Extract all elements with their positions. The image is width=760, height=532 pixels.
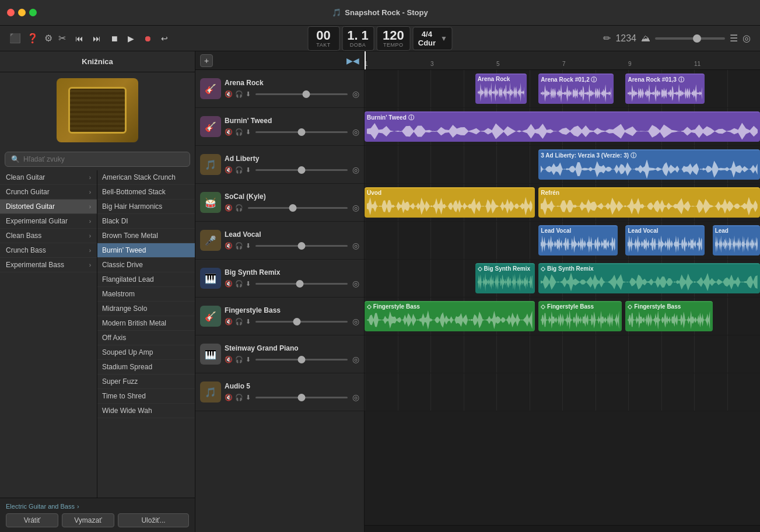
clip-lv3[interactable]: Lead [713,225,760,256]
subcat-item-stadium-spread[interactable]: Stadium Spread [97,360,195,374]
cat-item-clean-guitar[interactable]: Clean Guitar› [0,170,97,185]
clip-lv2[interactable]: Lead Vocal [625,225,705,256]
cat-item-experimental-guitar[interactable]: Experimental Guitar› [0,214,97,229]
track-download-ad-liberty[interactable]: ⬇ [246,166,251,174]
track-mute-steinway-grand[interactable]: 🔇 [225,356,233,363]
rewind-button[interactable]: ⏮ [73,33,86,44]
track-headphone-socal-kyle[interactable]: 🎧 [235,204,243,212]
track-headphone-arena-rock[interactable]: 🎧 [235,90,243,98]
delete-button[interactable]: Vymazať [62,513,114,527]
clip-ar3[interactable]: Arena Rock #01,3 ⓘ [625,74,705,104]
settings-icon[interactable]: ⚙ [44,33,52,44]
track-mute-audio5[interactable]: 🔇 [225,394,233,401]
pencil-icon[interactable]: ✏ [603,33,611,44]
bottom-scrollbar[interactable] [365,525,760,532]
subcat-item-classic-drive[interactable]: Classic Drive [97,258,195,272]
subcat-item-midrange-solo[interactable]: Midrange Solo [97,302,195,316]
cat-item-crunch-guitar[interactable]: Crunch Guitar› [0,185,97,200]
subcat-item-wide-wide-wah[interactable]: Wide Wide Wah [97,404,195,418]
clip-ar2[interactable]: Arena Rock #01,2 ⓘ [538,74,614,104]
subcat-item-brown-tone-metal[interactable]: Brown Tone Metal [97,229,195,243]
subcat-item-burnin-tweed[interactable]: Burnin' Tweed [97,243,195,258]
cat-item-distorted-guitar[interactable]: Distorted Guitar› [0,200,97,214]
clip-bs2[interactable]: ◇ Big Synth Remix [538,263,760,293]
fast-forward-button[interactable]: ⏭ [90,33,103,44]
tempo-display[interactable]: 120 TEMPO [376,26,411,51]
scissors-icon[interactable]: ✂ [58,33,66,44]
track-vol-icon-big-synth-remix[interactable]: ◎ [352,279,359,288]
record-button[interactable]: ⏺ [141,33,154,44]
subcat-item-bell-bottomed-stack[interactable]: Bell-Bottomed Stack [97,185,195,200]
back-button[interactable]: Vrátiť [6,513,58,527]
cat-item-crunch-bass[interactable]: Crunch Bass› [0,243,97,258]
play-button[interactable]: ▶ [125,33,136,44]
track-download-big-synth-remix[interactable]: ⬇ [246,280,251,288]
track-slider-lead-vocal[interactable] [255,245,348,247]
footer-link[interactable]: Electric Guitar and Bass › [6,503,189,510]
search-bar[interactable]: 🔍 [5,152,190,167]
clip-bs1[interactable]: ◇ Big Synth Remix [475,263,535,293]
track-vol-icon-fingerstyle-bass[interactable]: ◎ [352,317,359,326]
clip-sc1[interactable]: Úvod [365,187,535,218]
track-headphone-fingerstyle-bass[interactable]: 🎧 [235,318,243,326]
subcat-item-time-to-shred[interactable]: Time to Shred [97,389,195,404]
smart-controls-icon[interactable]: ▶◀ [346,56,359,65]
clip-bt1[interactable]: Burnin' Tweed ⓘ [365,111,760,142]
track-headphone-steinway-grand[interactable]: 🎧 [235,356,243,363]
subcat-item-flangilated-lead[interactable]: Flangilated Lead [97,272,195,287]
track-headphone-audio5[interactable]: 🎧 [235,394,243,401]
track-slider-audio5[interactable] [255,397,348,398]
subcat-item-black-di[interactable]: Black DI [97,214,195,229]
subcat-item-souped-up-amp[interactable]: Souped Up Amp [97,345,195,360]
track-mute-lead-vocal[interactable]: 🔇 [225,242,233,250]
add-track-button[interactable]: + [200,54,213,67]
track-slider-fingerstyle-bass[interactable] [255,321,348,323]
subcat-item-super-fuzz[interactable]: Super Fuzz [97,374,195,389]
cat-item-clean-bass[interactable]: Clean Bass› [0,229,97,243]
loop-button[interactable]: ↩ [159,33,170,44]
close-button[interactable] [7,9,15,16]
track-mute-big-synth-remix[interactable]: 🔇 [225,280,233,288]
clip-fb2[interactable]: ◇ Fingerstyle Bass [538,301,621,331]
maximize-button[interactable] [29,9,37,16]
track-download-audio5[interactable]: ⬇ [246,394,251,401]
stop-button[interactable]: ⏹ [108,33,121,44]
track-mute-burnin-tweed[interactable]: 🔇 [225,128,233,136]
library-icon[interactable]: ⬛ [9,33,21,44]
takt-display[interactable]: 00 TAKT [307,26,339,51]
track-download-arena-rock[interactable]: ⬇ [246,90,251,98]
clip-fb1[interactable]: ◇ Fingerstyle Bass [365,301,535,331]
track-headphone-lead-vocal[interactable]: 🎧 [235,242,243,250]
save-button[interactable]: Uložiť... [118,513,189,527]
track-vol-icon-audio5[interactable]: ◎ [352,393,359,402]
clip-ar1[interactable]: Arena Rock [475,74,527,104]
track-mute-socal-kyle[interactable]: 🔇 [225,204,233,212]
track-slider-socal-kyle[interactable] [248,207,348,209]
track-vol-icon-lead-vocal[interactable]: ◎ [352,241,359,250]
help-icon[interactable]: ❓ [27,33,38,44]
time-sig-display[interactable]: 4/4 Cdur ▼ [413,27,453,50]
track-download-fingerstyle-bass[interactable]: ⬇ [246,318,251,326]
track-headphone-ad-liberty[interactable]: 🎧 [235,166,243,174]
master-volume[interactable] [655,37,725,40]
doba-display[interactable]: 1. 1 DOBA [342,26,374,51]
track-mute-arena-rock[interactable]: 🔇 [225,90,233,98]
track-download-steinway-grand[interactable]: ⬇ [246,356,251,363]
track-slider-arena-rock[interactable] [255,93,348,95]
track-mute-ad-liberty[interactable]: 🔇 [225,166,233,174]
track-vol-icon-ad-liberty[interactable]: ◎ [352,165,359,174]
track-download-burnin-tweed[interactable]: ⬇ [246,128,251,136]
track-vol-icon-socal-kyle[interactable]: ◎ [352,203,359,212]
track-slider-ad-liberty[interactable] [255,169,348,171]
clip-fb3[interactable]: ◇ Fingerstyle Bass [625,301,712,331]
track-headphone-burnin-tweed[interactable]: 🎧 [235,128,243,136]
clip-lv1[interactable]: Lead Vocal [538,225,618,256]
minimize-button[interactable] [18,9,26,16]
subcat-item-off-axis[interactable]: Off Axis [97,331,195,345]
cat-item-experimental-bass[interactable]: Experimental Bass› [0,258,97,272]
metronome-icon[interactable]: ⛰ [641,33,650,44]
track-mute-fingerstyle-bass[interactable]: 🔇 [225,318,233,326]
search-input[interactable] [23,155,184,163]
subcat-item-big-hair-harmonics[interactable]: Big Hair Harmonics [97,200,195,214]
track-headphone-big-synth-remix[interactable]: 🎧 [235,280,243,288]
